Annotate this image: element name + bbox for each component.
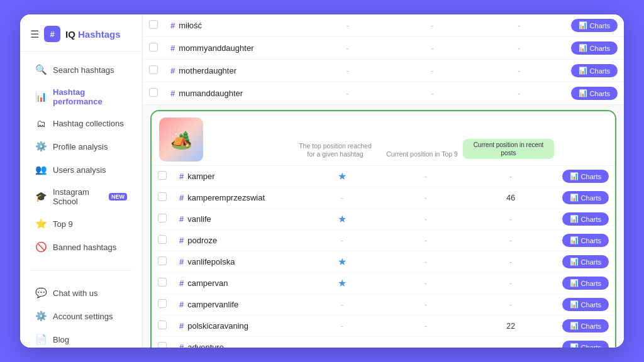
checkbox[interactable] [158, 278, 167, 287]
sidebar-item-performance[interactable]: 📊 Hashtag performance [25, 82, 137, 112]
dash: - [341, 300, 343, 309]
current-top9-cell: - [386, 273, 466, 294]
charts-cell: 📊 Charts [565, 60, 624, 82]
charts-label: Charts [581, 301, 601, 309]
dash: - [341, 236, 343, 245]
charts-button[interactable]: 📊 Charts [562, 170, 609, 183]
charts-button[interactable]: 📊 Charts [571, 19, 618, 32]
sidebar-item-account[interactable]: ⚙️ Account settings [25, 305, 137, 327]
hash-symbol: # [170, 66, 175, 75]
bar-chart-icon: 📊 [570, 279, 579, 287]
charts-button[interactable]: 📊 Charts [562, 341, 609, 348]
top-position-cell: - [299, 187, 386, 209]
green-section-header: 🏕️ The top position reached for a given … [152, 111, 615, 166]
charts-button[interactable]: 📊 Charts [562, 234, 609, 247]
sidebar-item-label: Hashtag performance [53, 87, 127, 106]
bar-chart-icon: 📊 [570, 194, 579, 202]
search-icon: 🔍 [35, 64, 47, 75]
top-position-cell: - [299, 337, 386, 348]
checkbox[interactable] [149, 88, 158, 97]
charts-label: Charts [581, 173, 601, 180]
charts-button[interactable]: 📊 Charts [562, 191, 609, 204]
top-position-cell: - [304, 60, 392, 82]
star-icon: ★ [338, 278, 347, 288]
sidebar-item-label: Banned hashtags [53, 243, 116, 252]
name-cell: # podroze [173, 230, 299, 251]
checkbox[interactable] [158, 342, 167, 348]
hashtag-name: campervanlife [187, 300, 238, 309]
hashtag-name: motherdaughter [179, 66, 236, 75]
blog-icon: 📄 [35, 334, 47, 345]
logo-text: IQ Hashtags [65, 29, 121, 40]
current-recent-cell: 22 [466, 315, 556, 337]
checkbox[interactable] [158, 214, 167, 222]
current-top9-cell: - [392, 14, 474, 37]
sidebar-item-search[interactable]: 🔍 Search hashtags [25, 58, 137, 81]
hash-symbol: # [179, 300, 184, 309]
new-badge: NEW [109, 193, 127, 200]
checkbox[interactable] [158, 192, 167, 201]
sidebar-item-blog[interactable]: 📄 Blog [25, 328, 137, 348]
account-icon: ⚙️ [35, 310, 47, 322]
charts-button[interactable]: 📊 Charts [571, 87, 618, 100]
checkbox[interactable] [158, 171, 167, 180]
value: - [509, 215, 512, 224]
hash-symbol: # [170, 89, 175, 98]
table-row: # campervanlife - - - 📊 Charts [152, 294, 615, 315]
profile-image: 🏕️ [159, 118, 203, 162]
checkbox[interactable] [158, 235, 167, 244]
sidebar-item-top9[interactable]: ⭐ Top 9 [25, 212, 137, 235]
star-icon: ★ [338, 171, 347, 182]
current-recent-cell: - [474, 60, 565, 82]
checkbox[interactable] [158, 299, 167, 308]
table-row: # kamperemprzezswiat - - 46 📊 Charts [152, 187, 615, 209]
hashtag-name: kamper [187, 172, 214, 181]
hamburger-icon[interactable]: ☰ [30, 28, 39, 40]
charts-button[interactable]: 📊 Charts [571, 41, 618, 55]
bar-chart-icon: 📊 [579, 89, 587, 97]
col-header-current-top9: Current position in Top 9 [381, 150, 463, 159]
charts-button[interactable]: 📊 Charts [571, 64, 618, 77]
checkbox[interactable] [149, 43, 158, 52]
sidebar-item-school[interactable]: 🎓 Instagram School NEW [25, 182, 137, 212]
charts-button[interactable]: 📊 Charts [562, 255, 609, 268]
name-cell: # kamperemprzezswiat [173, 187, 299, 209]
charts-button[interactable]: 📊 Charts [562, 319, 609, 332]
scroll-area[interactable]: # miłość - - - 📊 Charts # mommyanddaught… [143, 14, 624, 348]
checkbox[interactable] [158, 256, 167, 265]
checkbox[interactable] [158, 321, 167, 329]
sidebar-item-label: Chat with us [53, 288, 98, 298]
sidebar-item-profile[interactable]: ⚙️ Profile analysis [25, 135, 137, 158]
dash: - [425, 279, 427, 288]
charts-cell: 📊 Charts [556, 166, 615, 187]
value: - [509, 258, 512, 266]
charts-button[interactable]: 📊 Charts [562, 212, 609, 226]
bar-chart-icon: 📊 [579, 21, 587, 30]
table-row: # motherdaughter - - - 📊 Charts [143, 60, 624, 82]
dash: - [425, 322, 427, 331]
checkbox[interactable] [149, 20, 158, 29]
current-top9-cell: - [386, 315, 466, 337]
sidebar-item-chat[interactable]: 💬 Chat with us [25, 282, 137, 304]
sidebar-item-banned[interactable]: 🚫 Banned hashtags [25, 236, 137, 258]
table-row: # vanlife ★ - - 📊 Charts [152, 209, 615, 230]
current-top9-cell: - [392, 82, 474, 105]
hashtag-name: podroze [187, 236, 217, 245]
charts-label: Charts [581, 194, 601, 202]
star-nav-icon: ⭐ [35, 218, 47, 229]
bar-chart-icon: 📊 [579, 44, 587, 52]
top-position-cell: - [304, 14, 392, 37]
hash-symbol: # [179, 321, 184, 331]
name-cell: # campervanlife [173, 294, 299, 315]
sidebar-item-collections[interactable]: 🗂 Hashtag collections [25, 112, 137, 134]
charts-button[interactable]: 📊 Charts [562, 277, 609, 290]
name-cell: # vanlife [173, 209, 299, 230]
current-recent-cell: - [474, 82, 565, 105]
sidebar-item-users[interactable]: 👥 Users analysis [25, 158, 137, 181]
charts-cell: 📊 Charts [565, 14, 624, 37]
sidebar-item-label: Instagram School [53, 187, 101, 206]
charts-button[interactable]: 📊 Charts [562, 298, 609, 311]
hashtag-name: adventure [187, 343, 224, 348]
charts-label: Charts [581, 280, 601, 287]
checkbox[interactable] [149, 65, 158, 74]
